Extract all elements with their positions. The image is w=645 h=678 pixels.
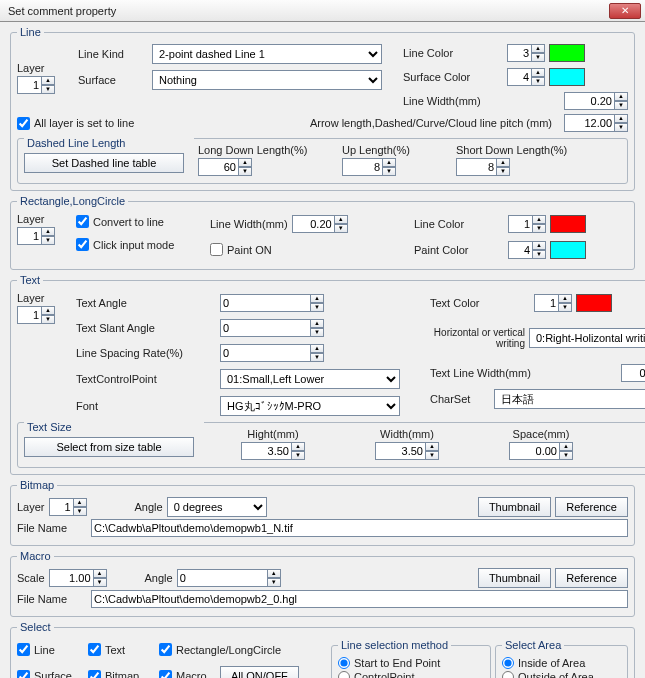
set-dashed-table-button[interactable]: Set Dashed line table [24, 153, 184, 173]
method-start-radio[interactable] [338, 657, 350, 669]
spin-down-icon[interactable]: ▼ [310, 328, 324, 337]
select-text-checkbox[interactable] [88, 643, 101, 656]
spin-up-icon[interactable]: ▲ [41, 76, 55, 85]
rect-linecolor-input[interactable] [508, 215, 532, 233]
up-length-input[interactable] [342, 158, 382, 176]
macro-thumbnail-button[interactable]: Thumbnail [478, 568, 551, 588]
long-down-input[interactable] [198, 158, 238, 176]
spin-down-icon[interactable]: ▼ [532, 250, 546, 259]
spin-up-icon[interactable]: ▲ [310, 294, 324, 303]
spin-up-icon[interactable]: ▲ [41, 306, 55, 315]
macro-filename-input[interactable] [91, 590, 628, 608]
line-color-swatch[interactable] [549, 44, 585, 62]
macro-scale-spin[interactable]: ▲▼ [49, 569, 107, 587]
spin-up-icon[interactable]: ▲ [238, 158, 252, 167]
rect-linecolor-swatch[interactable] [550, 215, 586, 233]
line-layer-spin[interactable]: ▲▼ [17, 76, 72, 94]
bitmap-thumbnail-button[interactable]: Thumbnail [478, 497, 551, 517]
spin-up-icon[interactable]: ▲ [267, 569, 281, 578]
spin-up-icon[interactable]: ▲ [334, 215, 348, 224]
spin-up-icon[interactable]: ▲ [425, 442, 439, 451]
macro-angle-spin[interactable]: ▲▼ [177, 569, 281, 587]
spin-down-icon[interactable]: ▼ [496, 167, 510, 176]
spin-up-icon[interactable]: ▲ [559, 442, 573, 451]
short-down-input[interactable] [456, 158, 496, 176]
bitmap-filename-input[interactable] [91, 519, 628, 537]
spin-down-icon[interactable]: ▼ [531, 77, 545, 86]
spin-up-icon[interactable]: ▲ [558, 294, 572, 303]
text-angle-spin[interactable]: ▲▼ [220, 294, 324, 312]
paint-color-input[interactable] [508, 241, 532, 259]
macro-angle-input[interactable] [177, 569, 267, 587]
arrow-length-input[interactable] [564, 114, 614, 132]
line-spacing-spin[interactable]: ▲▼ [220, 344, 324, 362]
text-angle-input[interactable] [220, 294, 310, 312]
short-down-spin[interactable]: ▲▼ [456, 158, 567, 176]
spin-down-icon[interactable]: ▼ [558, 303, 572, 312]
area-outside-radio[interactable] [502, 671, 514, 678]
spin-up-icon[interactable]: ▲ [496, 158, 510, 167]
spin-down-icon[interactable]: ▼ [531, 53, 545, 62]
spin-up-icon[interactable]: ▲ [73, 498, 87, 507]
spin-down-icon[interactable]: ▼ [93, 578, 107, 587]
text-layer-spin[interactable]: ▲▼ [17, 306, 72, 324]
spin-down-icon[interactable]: ▼ [310, 303, 324, 312]
line-color-input[interactable] [507, 44, 531, 62]
spin-up-icon[interactable]: ▲ [531, 68, 545, 77]
spin-down-icon[interactable]: ▼ [41, 85, 55, 94]
spin-down-icon[interactable]: ▼ [41, 315, 55, 324]
width-spin[interactable]: ▲▼ [375, 442, 439, 460]
font-select[interactable]: HG丸ｺﾞｼｯｸM-PRO [220, 396, 400, 416]
spin-down-icon[interactable]: ▼ [73, 507, 87, 516]
rect-layer-spin[interactable]: ▲▼ [17, 227, 72, 245]
line-width-input[interactable] [564, 92, 614, 110]
click-input-checkbox[interactable] [76, 238, 89, 251]
spin-down-icon[interactable]: ▼ [334, 224, 348, 233]
spin-up-icon[interactable]: ▲ [532, 215, 546, 224]
spin-up-icon[interactable]: ▲ [310, 319, 324, 328]
spin-down-icon[interactable]: ▼ [614, 101, 628, 110]
spin-down-icon[interactable]: ▼ [291, 451, 305, 460]
spin-up-icon[interactable]: ▲ [291, 442, 305, 451]
line-width-spin[interactable]: ▲▼ [564, 92, 628, 110]
surface-color-spin[interactable]: ▲▼ [507, 68, 545, 86]
method-control-radio[interactable] [338, 671, 350, 678]
up-length-spin[interactable]: ▲▼ [342, 158, 452, 176]
spin-down-icon[interactable]: ▼ [559, 451, 573, 460]
select-surface-checkbox[interactable] [17, 670, 30, 679]
surface-select[interactable]: Nothing [152, 70, 382, 90]
convert-to-line-checkbox[interactable] [76, 215, 89, 228]
paint-color-spin[interactable]: ▲▼ [508, 241, 546, 259]
area-inside-radio[interactable] [502, 657, 514, 669]
spin-up-icon[interactable]: ▲ [614, 92, 628, 101]
spin-up-icon[interactable]: ▲ [93, 569, 107, 578]
arrow-length-spin[interactable]: ▲▼ [564, 114, 628, 132]
text-linewidth-spin[interactable]: ▲▼ [621, 364, 645, 382]
rect-linewidth-spin[interactable]: ▲▼ [292, 215, 348, 233]
text-slant-spin[interactable]: ▲▼ [220, 319, 324, 337]
paint-color-swatch[interactable] [550, 241, 586, 259]
spin-up-icon[interactable]: ▲ [614, 114, 628, 123]
spin-up-icon[interactable]: ▲ [531, 44, 545, 53]
select-macro-checkbox[interactable] [159, 670, 172, 679]
select-bitmap-checkbox[interactable] [88, 670, 101, 679]
bitmap-reference-button[interactable]: Reference [555, 497, 628, 517]
select-line-checkbox[interactable] [17, 643, 30, 656]
spin-down-icon[interactable]: ▼ [41, 236, 55, 245]
bitmap-layer-input[interactable] [49, 498, 73, 516]
rect-linewidth-input[interactable] [292, 215, 334, 233]
rect-linecolor-spin[interactable]: ▲▼ [508, 215, 546, 233]
text-color-input[interactable] [534, 294, 558, 312]
hight-input[interactable] [241, 442, 291, 460]
rect-layer-input[interactable] [17, 227, 41, 245]
spin-down-icon[interactable]: ▼ [532, 224, 546, 233]
hv-writing-select[interactable]: 0:Right-Holizontal writing [529, 328, 645, 348]
hight-spin[interactable]: ▲▼ [241, 442, 305, 460]
text-layer-input[interactable] [17, 306, 41, 324]
select-size-table-button[interactable]: Select from size table [24, 437, 194, 457]
spin-down-icon[interactable]: ▼ [382, 167, 396, 176]
space-input[interactable] [509, 442, 559, 460]
bitmap-layer-spin[interactable]: ▲▼ [49, 498, 87, 516]
text-color-spin[interactable]: ▲▼ [534, 294, 572, 312]
spin-up-icon[interactable]: ▲ [310, 344, 324, 353]
